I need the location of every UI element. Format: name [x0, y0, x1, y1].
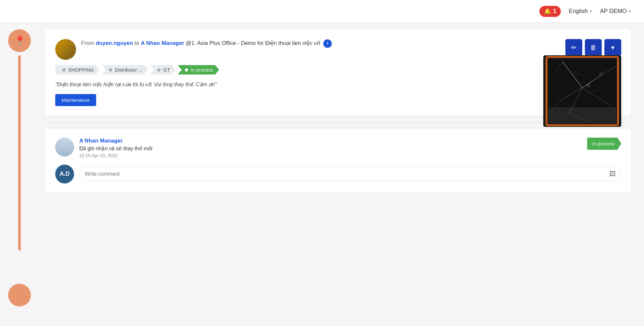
comment-section: A Nhan Manager Đã ghi nhận và sẽ thay th… [45, 129, 631, 192]
ticket-card: From duyen.nguyen to A Nhan Manager @1. … [45, 29, 631, 116]
user-menu[interactable]: AP DEMO ▾ [600, 8, 631, 15]
step-dot [109, 68, 112, 72]
card-header: From duyen.nguyen to A Nhan Manager @1. … [55, 39, 621, 60]
current-user-avatar: A.D [55, 165, 74, 183]
svg-rect-18 [548, 107, 616, 123]
chevron-down-icon: ▾ [629, 9, 631, 14]
ticket-quote: "Điện thoại làm việc hiện tại của tôi bị… [55, 80, 621, 89]
language-selector[interactable]: English ▾ [569, 8, 592, 15]
step-label: GT [163, 67, 170, 73]
chevron-down-icon: ▾ [590, 9, 592, 14]
top-navigation: 🔔 1 English ▾ AP DEMO ▾ [0, 0, 644, 23]
pipeline-step-distributor[interactable]: Distributor ... [102, 65, 148, 75]
card-title: From duyen.nguyen to A Nhan Manager @1. … [81, 39, 332, 48]
dropdown-button[interactable]: ▾ [604, 39, 621, 56]
card-actions: ✏ 🗑 ▾ [565, 39, 621, 56]
step-dot [157, 68, 161, 72]
location-text: @1. Asia Plus Office - Demo for Điện tho… [186, 40, 320, 46]
avatar-face-inner [55, 138, 74, 156]
commenter-avatar [55, 138, 74, 156]
notification-count: 1 [553, 8, 556, 15]
sender-username[interactable]: duyen.nguyen [96, 40, 133, 46]
comment-body: A Nhan Manager Đã ghi nhận và sẽ thay th… [79, 138, 582, 158]
comment-input-wrapper[interactable]: 🖼 [79, 167, 621, 181]
sidebar: 📍 [0, 23, 39, 326]
comment-status-badge: In process [587, 138, 621, 150]
step-label: Distributor ... [115, 67, 142, 73]
location-icon: 📍 [14, 35, 26, 47]
step-label: SHOPPING [68, 67, 94, 73]
comment-text: Đã ghi nhận và sẽ thay thế mới [79, 145, 582, 152]
recipient-name[interactable]: A Nhan Manager [141, 40, 184, 46]
card-header-left: From duyen.nguyen to A Nhan Manager @1. … [55, 39, 565, 60]
main-layout: 📍 From duyen.nguyen to [0, 23, 644, 326]
write-comment-row: A.D 🖼 [55, 165, 621, 183]
sidebar-timeline [18, 55, 21, 251]
status-pipeline: SHOPPING Distributor ... GT In process [55, 65, 621, 75]
pipeline-step-inprocess[interactable]: In process [178, 65, 219, 75]
avatar-face [55, 39, 76, 60]
delete-button[interactable]: 🗑 [585, 39, 602, 56]
ticket-image [543, 55, 621, 127]
sidebar-location-btn[interactable]: 📍 [8, 29, 31, 52]
comment-input[interactable] [85, 171, 609, 177]
step-label: In process [191, 67, 213, 73]
to-label: to [135, 40, 139, 46]
commenter-name[interactable]: A Nhan Manager [79, 138, 582, 144]
language-label: English [569, 8, 588, 15]
maintenance-button[interactable]: Maintenance [55, 94, 96, 106]
pipeline-step-shopping[interactable]: SHOPPING [55, 65, 100, 75]
pipeline-step-gt[interactable]: GT [150, 65, 176, 75]
notification-bell[interactable]: 🔔 1 [539, 6, 561, 17]
comment-timestamp: 10:10 Apr 20, 2022 [79, 153, 582, 158]
content-area: From duyen.nguyen to A Nhan Manager @1. … [39, 23, 644, 326]
user-label: AP DEMO [600, 8, 627, 15]
from-label: From [81, 40, 94, 46]
bell-icon: 🔔 [544, 8, 551, 15]
comment-row: A Nhan Manager Đã ghi nhận và sẽ thay th… [55, 138, 621, 158]
info-icon[interactable]: i [323, 39, 332, 48]
broken-phone [543, 55, 621, 127]
sidebar-bottom-avatar [8, 284, 31, 306]
step-dot [62, 68, 66, 72]
sender-avatar [55, 39, 76, 60]
step-dot [185, 68, 188, 72]
edit-button[interactable]: ✏ [565, 39, 582, 56]
image-upload-icon[interactable]: 🖼 [609, 170, 616, 178]
